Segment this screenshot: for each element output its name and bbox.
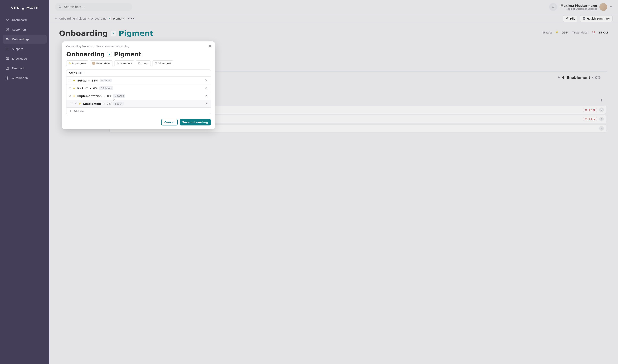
tasks-chip: 1 task	[113, 102, 124, 105]
step-row[interactable]: 3 Implementation •0% 2 tasks	[67, 92, 211, 100]
calendar-icon	[154, 62, 157, 65]
close-button[interactable]	[208, 44, 212, 49]
delete-step-button[interactable]	[205, 78, 208, 82]
steps-box: Steps 4 1 Setup •33% 4 tasks 2 Kickoff •…	[66, 69, 211, 115]
users-icon	[116, 62, 119, 65]
cancel-button[interactable]: Cancel	[161, 119, 177, 126]
add-step-button[interactable]: Add step	[67, 107, 211, 115]
diamond-icon	[79, 103, 81, 105]
tasks-chip: 2 tasks	[113, 94, 125, 98]
tasks-chip: 12 tasks	[99, 86, 113, 90]
plus-icon	[69, 110, 72, 113]
drag-handle-icon[interactable]: ⋮⋮	[69, 103, 73, 105]
svg-point-15	[117, 63, 118, 64]
step-row[interactable]: ⋮⋮ 4 Enablement •0% 1 task	[67, 100, 211, 107]
start-date-chip[interactable]: 4 Apr	[136, 60, 151, 66]
modal-crumb-leaf: New customer onboarding	[96, 45, 129, 48]
step-row[interactable]: 2 Kickoff •0% 12 tasks	[67, 84, 211, 92]
calendar-icon	[138, 62, 141, 65]
modal-breadcrumb: Onboarding Projects › New customer onboa…	[66, 45, 211, 48]
status-chip[interactable]: In progress	[66, 60, 88, 66]
owner-chip[interactable]: Peter Meier	[90, 60, 113, 66]
company-icon	[107, 52, 112, 57]
modal-title: Onboarding Pigment	[66, 51, 211, 58]
steps-header[interactable]: Steps 4	[67, 69, 211, 77]
diamond-icon	[73, 79, 75, 82]
avatar-icon	[92, 62, 95, 65]
delete-step-button[interactable]	[205, 94, 208, 98]
diamond-icon	[73, 95, 75, 97]
svg-point-16	[118, 63, 119, 64]
members-chip[interactable]: Members	[114, 60, 134, 66]
diamond-icon	[68, 62, 71, 65]
tasks-chip: 4 tasks	[100, 78, 112, 82]
steps-count: 4	[78, 72, 82, 74]
svg-rect-18	[155, 63, 157, 64]
onboarding-modal: Onboarding Projects › New customer onboa…	[62, 41, 215, 129]
svg-rect-17	[138, 63, 140, 64]
delete-step-button[interactable]	[205, 102, 208, 105]
end-date-chip[interactable]: 31 August	[152, 60, 173, 66]
diamond-icon	[73, 87, 75, 90]
delete-step-button[interactable]	[205, 86, 208, 90]
step-row[interactable]: 1 Setup •33% 4 tasks	[67, 77, 211, 84]
modal-crumb-root[interactable]: Onboarding Projects	[66, 45, 92, 48]
chevron-down-icon	[84, 71, 86, 75]
save-button[interactable]: Save onboarding	[180, 119, 211, 126]
